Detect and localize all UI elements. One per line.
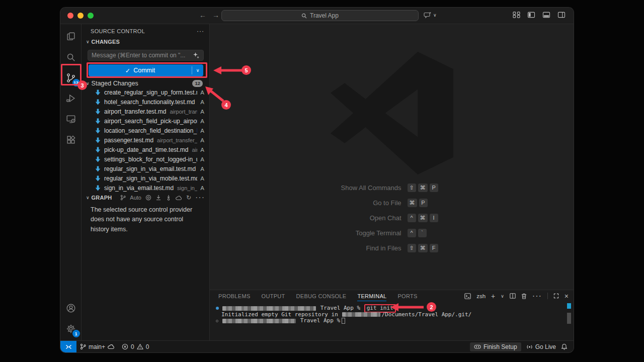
bottom-panel: PROBLEMS OUTPUT DEBUG CONSOLE TERMINAL P…	[210, 290, 574, 340]
file-path: sign_in_fo...	[177, 185, 197, 191]
customize-layout-icon[interactable]	[513, 12, 520, 18]
chevron-down-icon: ∨	[86, 195, 90, 200]
branch-icon	[120, 195, 126, 201]
tab-debug-console[interactable]: DEBUG CONSOLE	[296, 290, 347, 302]
file-name: pick-up_date_and_time.test.md	[104, 146, 188, 153]
run-debug-icon[interactable]	[63, 91, 78, 106]
tab-terminal[interactable]: TERMINAL	[357, 290, 386, 302]
kill-terminal-trash-icon[interactable]	[521, 293, 527, 299]
explorer-icon[interactable]	[63, 29, 78, 44]
git-status-added: A	[200, 128, 204, 134]
file-row[interactable]: pick-up_date_and_time.test.mdairp...A	[82, 145, 209, 154]
maximize-panel-icon[interactable]	[553, 293, 559, 299]
graph-section-header[interactable]: ∨ GRAPH Auto ↻ ···	[86, 193, 205, 202]
more-actions-icon[interactable]: ···	[197, 28, 204, 35]
source-control-icon[interactable]: 12	[63, 70, 78, 85]
commit-message-input[interactable]: Message (⌘Enter to commit on "...	[88, 50, 204, 61]
key-shift: ⇧	[408, 244, 416, 252]
search-view-icon[interactable]	[63, 50, 78, 65]
git-status-added: A	[200, 175, 204, 182]
go-live-button[interactable]: Go Live	[524, 343, 558, 350]
markdown-test-file-icon	[95, 128, 101, 134]
markdown-test-file-icon	[95, 175, 101, 182]
history-back-icon[interactable]: ←	[199, 11, 206, 19]
key-ctrl: ^	[408, 214, 416, 222]
finish-setup-button[interactable]: Finish Setup	[470, 342, 521, 351]
settings-gear-icon[interactable]: 1	[63, 321, 78, 336]
file-row[interactable]: location_search_field_destination_l...A	[82, 126, 209, 135]
redacted-text	[222, 319, 296, 323]
file-row[interactable]: regular_sign_in_via_mobile.test.md...A	[82, 173, 209, 183]
status-bar: main+ 0 0 Finish Setup Go Live	[60, 340, 574, 352]
markdown-test-file-icon	[95, 147, 101, 153]
chevron-down-icon: ∨	[86, 81, 90, 86]
watermark-shortcuts: Show All Commands⇧⌘P Go to File⌘P Open C…	[222, 180, 574, 255]
problems-status[interactable]: 0 0	[118, 341, 152, 352]
tab-problems[interactable]: PROBLEMS	[218, 290, 251, 302]
toggle-secondary-sidebar-icon[interactable]	[557, 12, 566, 18]
file-row[interactable]: hotel_search_functionality.test.mdA	[82, 97, 209, 107]
shortcut-label: Toggle Terminal	[291, 229, 401, 237]
history-forward-icon[interactable]: →	[212, 11, 219, 19]
remote-indicator[interactable]	[60, 341, 76, 352]
changes-section-header[interactable]: ∨ CHANGES	[86, 39, 120, 45]
commit-button-label: Commit	[133, 67, 155, 74]
settings-badge: 1	[72, 330, 80, 337]
vscode-window: ← → Travel App ∨	[60, 8, 574, 352]
markdown-test-file-icon	[95, 99, 101, 105]
close-window-button[interactable]	[67, 13, 73, 19]
file-name: airport_search_field_pick-up_airpor...	[104, 118, 197, 125]
key-letter: I	[430, 214, 438, 222]
terminal-scrollbar[interactable]	[567, 313, 571, 324]
remote-icon	[65, 344, 72, 350]
split-terminal-icon[interactable]	[510, 293, 516, 299]
chevron-down-icon[interactable]: ∨	[501, 294, 504, 299]
file-row[interactable]: sign_in_via_email.test.mdsign_in_fo...A	[82, 183, 209, 193]
git-status-added: A	[200, 137, 204, 143]
commit-button[interactable]: ✓ Commit ∨	[89, 64, 203, 76]
file-name: airport_transfer.test.md	[104, 108, 166, 115]
copilot-menu[interactable]: ∨	[424, 11, 437, 19]
tab-ports[interactable]: PORTS	[397, 290, 417, 302]
target-icon[interactable]	[145, 195, 151, 201]
graph-auto-label[interactable]: Auto	[130, 195, 141, 201]
tab-output[interactable]: OUTPUT	[262, 290, 285, 302]
cloud-icon[interactable]	[176, 195, 182, 201]
file-row[interactable]: regular_sign_in_via_email.test.mdsi...A	[82, 164, 209, 173]
command-center-search[interactable]: Travel App	[221, 10, 419, 21]
git-status-added: A	[200, 109, 204, 115]
file-row[interactable]: airport_search_field_pick-up_airpor...A	[82, 116, 209, 126]
account-icon[interactable]	[63, 301, 78, 316]
key-shift: ⇧	[408, 184, 416, 192]
shell-label[interactable]: zsh	[476, 293, 486, 299]
file-row[interactable]: airport_transfer.test.mdairport_trans...…	[82, 107, 209, 116]
more-actions-icon[interactable]: ···	[195, 193, 205, 202]
file-row[interactable]: settings_block_for_not_logged-in_u...A	[82, 154, 209, 164]
close-panel-icon[interactable]: ×	[565, 292, 569, 300]
new-terminal-icon[interactable]: +	[491, 292, 495, 300]
extensions-icon[interactable]	[63, 132, 78, 147]
minimize-window-button[interactable]	[77, 13, 84, 19]
markdown-test-file-icon	[95, 89, 101, 96]
remote-explorer-icon[interactable]	[63, 112, 78, 127]
more-actions-icon[interactable]: ···	[532, 292, 542, 301]
staged-changes-header[interactable]: ∨ Staged Changes 12	[86, 78, 205, 88]
staged-count-badge: 12	[192, 80, 203, 87]
terminal-output[interactable]: Travel App % git init Initialized empty …	[210, 302, 574, 324]
toggle-panel-icon[interactable]	[542, 12, 550, 18]
errors-icon	[122, 343, 128, 350]
shortcut-label: Go to File	[291, 199, 401, 207]
pull-icon[interactable]	[155, 195, 162, 201]
commit-dropdown-button[interactable]: ∨	[192, 64, 203, 76]
notifications-bell-icon[interactable]	[561, 343, 568, 350]
branch-status[interactable]: main+	[76, 341, 118, 352]
maximize-window-button[interactable]	[88, 13, 94, 19]
fetch-icon[interactable]	[166, 195, 172, 201]
file-row[interactable]: passenger.test.mdairport_transfer_s...A	[82, 135, 209, 145]
git-status-added: A	[200, 185, 204, 191]
git-status-added: A	[200, 99, 204, 105]
sparkle-icon[interactable]	[193, 52, 200, 59]
refresh-icon[interactable]: ↻	[186, 194, 191, 201]
file-row[interactable]: create_regular_sign_up_form.test.mdA	[82, 87, 209, 97]
toggle-sidebar-icon[interactable]	[527, 12, 535, 18]
